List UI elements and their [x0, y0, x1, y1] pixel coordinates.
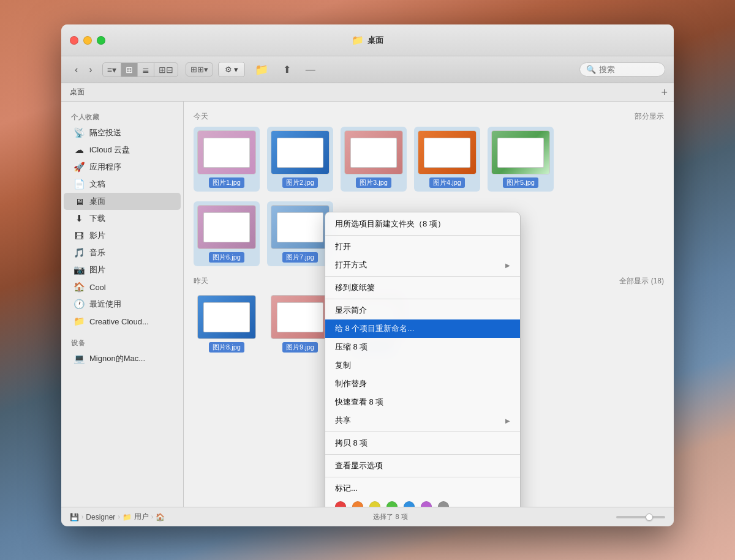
ctx-rename[interactable]: 给 8 个项目重新命名... — [325, 319, 520, 338]
sidebar-item-movies[interactable]: 🎞 影片 — [64, 227, 181, 244]
ctx-copy[interactable]: 拷贝 8 项 — [325, 434, 520, 452]
search-input[interactable] — [599, 65, 658, 74]
window-title: 桌面 — [368, 35, 383, 46]
recents-icon: 🕐 — [74, 299, 85, 310]
action-button[interactable]: ⚙ ▾ — [218, 62, 245, 77]
group-by-button[interactable]: ⊞⊞▾ — [186, 63, 213, 76]
breadcrumb-designer[interactable]: Designer — [86, 513, 115, 521]
sidebar-item-cool[interactable]: 🏠 Cool — [64, 278, 181, 296]
group-controls: ⊞⊞▾ — [186, 62, 213, 77]
file-label: 图片6.jpg — [209, 252, 244, 263]
photos-icon: 📷 — [74, 264, 85, 275]
creative-cloud-icon: 📁 — [74, 316, 85, 327]
color-dot-green[interactable] — [386, 501, 398, 507]
back-button[interactable]: ‹ — [70, 62, 83, 78]
ctx-trash-label: 移到废纸篓 — [335, 282, 510, 293]
file-item[interactable]: 图片6.jpg — [194, 201, 260, 266]
color-dot-blue[interactable] — [404, 501, 415, 507]
today-section-header: 今天 部分显示 — [194, 111, 664, 122]
sidebar-item-icloud[interactable]: ☁ iCloud 云盘 — [64, 141, 181, 159]
file-thumbnail — [271, 130, 330, 174]
color-dot-yellow[interactable] — [369, 501, 380, 507]
sidebar-item-mac[interactable]: 💻 Mignon的Mac... — [64, 350, 181, 367]
submenu-arrow-icon: ▶ — [505, 262, 510, 269]
color-dot-red[interactable] — [335, 501, 346, 507]
today-section-action[interactable]: 部分显示 — [635, 111, 664, 122]
toolbar: ‹ › ≡▾ ⊞ ≣ ⊞⊟ ⊞⊞▾ ⚙ ▾ 📁 ⬆ — 🔍 — [61, 56, 674, 83]
sidebar-item-photos[interactable]: 📷 图片 — [64, 261, 181, 278]
zoom-slider-thumb[interactable] — [646, 513, 653, 521]
close-button[interactable] — [70, 36, 78, 45]
selected-count: 选择了 8 项 — [373, 512, 407, 521]
ctx-info[interactable]: 显示简介 — [325, 301, 520, 319]
file-thumbnail — [197, 130, 256, 174]
file-item[interactable]: 图片3.jpg — [341, 127, 407, 192]
sidebar-item-creative-cloud[interactable]: 📁 Creative Cloud... — [64, 313, 181, 330]
tags-button[interactable]: — — [301, 62, 320, 78]
color-dot-orange[interactable] — [352, 501, 363, 507]
ctx-share-label: 共享 — [335, 415, 505, 426]
ctx-tags[interactable]: 标记... — [325, 479, 520, 498]
color-dot-purple[interactable] — [421, 501, 432, 507]
maximize-button[interactable] — [97, 36, 105, 45]
sidebar-item-airdrop[interactable]: 📡 隔空投送 — [64, 124, 181, 141]
thumbnail-image — [271, 131, 329, 174]
title-bar: 📁 桌面 — [61, 24, 674, 56]
forward-button[interactable]: › — [84, 62, 97, 78]
list-view-button[interactable]: ≡▾ — [103, 63, 121, 77]
ctx-separator — [325, 477, 520, 477]
ctx-open-with[interactable]: 打开方式 ▶ — [325, 256, 520, 274]
yesterday-section-action[interactable]: 全部显示 (18) — [619, 276, 664, 286]
add-tab-button[interactable]: + — [661, 87, 668, 98]
color-dot-gray[interactable] — [438, 501, 449, 507]
file-item[interactable]: 图片8.jpg — [194, 291, 260, 356]
view-controls: ≡▾ ⊞ ≣ ⊞⊟ — [102, 62, 178, 77]
music-icon: 🎵 — [74, 247, 85, 258]
file-item[interactable]: 图片2.jpg — [267, 127, 333, 192]
ctx-view-options[interactable]: 查看显示选项 — [325, 457, 520, 475]
sidebar-item-recents[interactable]: 🕐 最近使用 — [64, 296, 181, 313]
cover-flow-button[interactable]: ⊞⊟ — [154, 63, 178, 77]
thumbnail-image — [345, 131, 402, 174]
share-button[interactable]: ⬆ — [278, 61, 296, 78]
search-box[interactable]: 🔍 — [579, 62, 665, 77]
sidebar-item-apps[interactable]: 🚀 应用程序 — [64, 159, 181, 176]
breadcrumb-user[interactable]: 用户 — [134, 512, 149, 522]
icon-view-button[interactable]: ⊞ — [121, 63, 138, 77]
ctx-alias[interactable]: 制作替身 — [325, 375, 520, 393]
ctx-quicklook[interactable]: 快速查看 8 项 — [325, 393, 520, 411]
ctx-share[interactable]: 共享 ▶ — [325, 411, 520, 430]
movies-icon: 🎞 — [74, 231, 85, 241]
column-view-button[interactable]: ≣ — [138, 63, 154, 77]
file-item[interactable]: 图片4.jpg — [414, 127, 480, 192]
file-item[interactable]: 图片9.jpg — [267, 291, 333, 356]
minimize-button[interactable] — [83, 36, 92, 45]
ctx-trash[interactable]: 移到废纸篓 — [325, 278, 520, 297]
ctx-compress[interactable]: 压缩 8 项 — [325, 338, 520, 356]
file-item[interactable]: 图片5.jpg — [488, 127, 554, 192]
ctx-new-folder[interactable]: 用所选项目新建文件夹（8 项） — [325, 215, 520, 233]
downloads-icon: ⬇ — [74, 213, 85, 224]
sidebar-item-downloads[interactable]: ⬇ 下载 — [64, 210, 181, 227]
new-folder-button[interactable]: 📁 — [250, 61, 273, 79]
file-item[interactable]: 图片1.jpg — [194, 127, 260, 192]
ctx-open[interactable]: 打开 — [325, 237, 520, 256]
file-thumbnail — [271, 205, 330, 249]
file-label: 图片2.jpg — [282, 177, 318, 188]
sidebar-label-docs: 文稿 — [89, 179, 105, 190]
file-label: 图片9.jpg — [282, 342, 318, 353]
finder-window: 📁 桌面 ‹ › ≡▾ ⊞ ≣ ⊞⊟ ⊞⊞▾ ⚙ ▾ 📁 ⬆ — 🔍 — [61, 24, 674, 526]
thumbnail-image — [198, 131, 255, 174]
sidebar-item-desktop[interactable]: 🖥 桌面 — [64, 193, 181, 210]
sidebar-label-recents: 最近使用 — [89, 299, 121, 310]
sidebar-item-music[interactable]: 🎵 音乐 — [64, 244, 181, 261]
sidebar-item-docs[interactable]: 📄 文稿 — [64, 176, 181, 193]
file-thumbnail — [197, 205, 256, 249]
active-tab[interactable]: 桌面 — [70, 87, 85, 97]
ctx-compress-label: 压缩 8 项 — [335, 342, 510, 353]
sidebar-label-airdrop: 隔空投送 — [89, 127, 121, 138]
ctx-duplicate[interactable]: 复制 — [325, 356, 520, 375]
file-item[interactable]: 图片7.jpg — [267, 201, 333, 266]
zoom-slider[interactable] — [616, 516, 665, 518]
desktop-icon: 🖥 — [74, 196, 85, 207]
